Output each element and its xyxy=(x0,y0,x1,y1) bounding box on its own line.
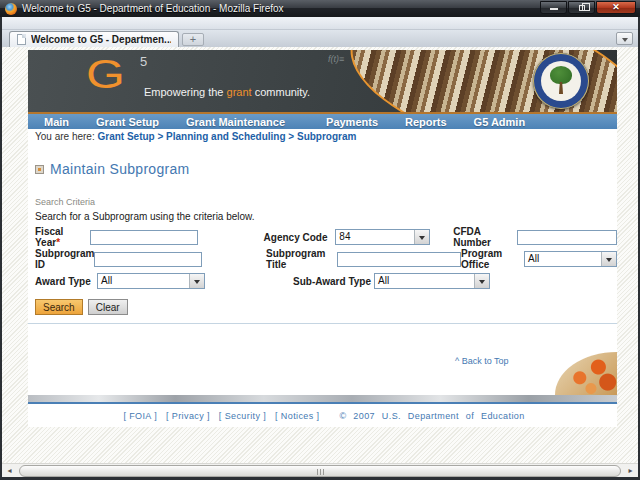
browser-viewport: f(t)≡ G 5 Empowering the grant community… xyxy=(2,47,638,463)
tab-welcome-g5[interactable]: Welcome to G5 - Departmen... xyxy=(9,31,179,47)
scroll-left-arrow[interactable]: ◂ xyxy=(2,465,17,477)
sub-award-type-select[interactable]: All xyxy=(374,273,490,289)
g5-logo-sup: 5 xyxy=(140,54,147,69)
section-label: Search Criteria xyxy=(35,197,95,207)
dropdown-arrow-icon[interactable] xyxy=(414,230,429,244)
program-office-label: Program Office xyxy=(461,248,524,270)
main-navigation: Main Grant Setup Grant Maintenance Payme… xyxy=(28,114,617,129)
dropdown-arrow-icon[interactable] xyxy=(474,274,489,288)
search-criteria-form: Fiscal Year* Agency Code 84 CFDA Number … xyxy=(28,226,617,292)
chevron-down-icon xyxy=(622,38,628,42)
scroll-right-arrow[interactable]: ▸ xyxy=(623,465,638,477)
footer: [ FOIA ] [ Privacy ] [ Security ] [ Noti… xyxy=(28,411,617,421)
new-tab-button[interactable]: + xyxy=(182,33,204,46)
clear-button[interactable]: Clear xyxy=(88,299,128,315)
footer-link-notices[interactable]: [ Notices ] xyxy=(275,411,319,421)
award-type-select[interactable]: All xyxy=(97,273,205,289)
nav-item-reports[interactable]: Reports xyxy=(405,116,447,128)
close-button[interactable]: ✕ xyxy=(596,1,636,14)
award-type-label: Award Type xyxy=(35,276,97,287)
subprogram-id-label: Subprogram ID xyxy=(35,248,94,270)
department-of-education-seal xyxy=(533,53,589,109)
dropdown-arrow-icon[interactable] xyxy=(189,274,204,288)
nav-item-g5-admin[interactable]: G5 Admin xyxy=(474,116,526,128)
tab-title: Welcome to G5 - Departmen... xyxy=(31,34,171,45)
footer-photo-strip xyxy=(28,395,617,404)
required-asterisk: * xyxy=(56,237,60,248)
horizontal-scrollbar[interactable]: ◂ ▸ xyxy=(2,463,638,477)
cfda-number-label: CFDA Number xyxy=(453,226,517,248)
scrollbar-thumb[interactable] xyxy=(19,465,621,477)
title-bar[interactable]: Welcome to G5 - Department of Education … xyxy=(0,0,640,17)
restore-icon xyxy=(579,5,585,11)
g5-header-banner: f(t)≡ G 5 Empowering the grant community… xyxy=(28,50,617,112)
footer-link-foia[interactable]: [ FOIA ] xyxy=(123,411,157,421)
breadcrumb-grant-setup[interactable]: Grant Setup xyxy=(97,131,154,142)
toolbar-strip xyxy=(2,17,638,30)
window-title: Welcome to G5 - Department of Education … xyxy=(22,3,284,14)
restore-button[interactable] xyxy=(568,1,595,14)
nav-item-payments[interactable]: Payments xyxy=(326,116,378,128)
close-icon: ✕ xyxy=(597,2,635,12)
fiscal-year-label: Fiscal Year* xyxy=(35,226,90,248)
g5-logo: G xyxy=(86,52,125,96)
minimize-icon xyxy=(550,8,558,10)
page-column: f(t)≡ G 5 Empowering the grant community… xyxy=(28,50,617,427)
fiscal-year-input[interactable] xyxy=(90,230,198,245)
subprogram-id-input[interactable] xyxy=(94,252,202,267)
bullet-icon xyxy=(35,165,44,174)
cfda-number-input[interactable] xyxy=(517,230,617,245)
classroom-chairs-photo xyxy=(555,352,617,395)
agency-code-select[interactable]: 84 xyxy=(335,229,430,245)
firefox-window: Welcome to G5 - Department of Education … xyxy=(0,0,640,480)
list-all-tabs-button[interactable] xyxy=(616,32,633,45)
content-area: Maintain Subprogram Search Criteria Sear… xyxy=(28,145,617,427)
page-title: Maintain Subprogram xyxy=(50,161,190,177)
subprogram-title-label: Subprogram Title xyxy=(266,248,337,270)
breadcrumb: You are here: Grant Setup > Planning and… xyxy=(28,129,617,145)
firefox-icon xyxy=(5,3,17,15)
footer-link-security[interactable]: [ Security ] xyxy=(219,411,266,421)
section-divider xyxy=(28,323,617,324)
breadcrumb-planning-scheduling[interactable]: Planning and Scheduling xyxy=(166,131,285,142)
back-to-top-link[interactable]: ^ Back to Top xyxy=(455,356,509,366)
instructions-text: Search for a Subprogram using the criter… xyxy=(35,211,255,222)
footer-link-privacy[interactable]: [ Privacy ] xyxy=(166,411,210,421)
search-button[interactable]: Search xyxy=(35,299,83,315)
dropdown-arrow-icon[interactable] xyxy=(601,252,616,266)
breadcrumb-subprogram[interactable]: Subprogram xyxy=(297,131,356,142)
page-icon xyxy=(17,34,26,45)
subprogram-title-input[interactable] xyxy=(337,252,461,267)
minimize-button[interactable] xyxy=(540,1,567,14)
program-office-select[interactable]: All xyxy=(524,251,617,267)
copyright-text: © 2007 U.S. Department of Education xyxy=(339,411,524,421)
seal-tree-icon xyxy=(550,66,572,84)
scrollbar-grip-icon xyxy=(317,469,324,475)
nav-item-grant-setup[interactable]: Grant Setup xyxy=(96,116,159,128)
tab-bar: Welcome to G5 - Departmen... + xyxy=(2,30,638,47)
sub-award-type-label: Sub-Award Type xyxy=(293,276,374,287)
nav-item-main[interactable]: Main xyxy=(44,116,69,128)
chalkboard-note: f(t)≡ xyxy=(328,54,344,64)
nav-item-grant-maintenance[interactable]: Grant Maintenance xyxy=(186,116,285,128)
agency-code-label: Agency Code xyxy=(264,232,336,243)
breadcrumb-prefix: You are here: xyxy=(35,131,95,142)
tagline: Empowering the grant community. xyxy=(144,86,310,98)
